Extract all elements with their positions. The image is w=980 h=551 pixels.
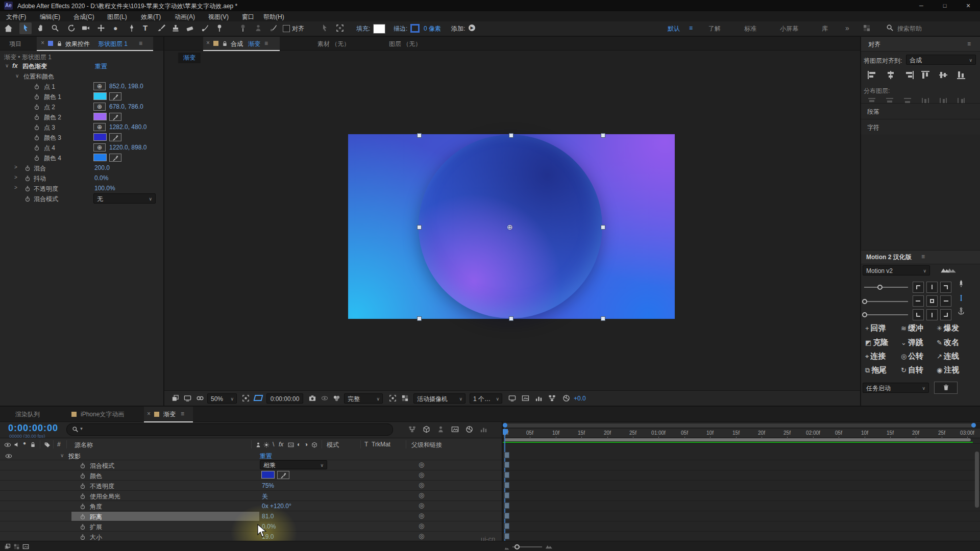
lock-icon[interactable] (56, 40, 63, 47)
fx-column-icon[interactable]: fx (279, 441, 283, 448)
stopwatch-icon[interactable] (80, 463, 86, 469)
type-tool-icon[interactable]: T (143, 23, 148, 32)
view-layout-dropdown[interactable]: 1 个… ∨ (470, 393, 502, 404)
view-dropdown[interactable]: 活动摄像机 ∨ (413, 393, 465, 404)
align-top-button[interactable] (921, 70, 932, 80)
slider-knob[interactable] (862, 299, 867, 304)
viewer-subtab[interactable]: 渐变 (178, 53, 201, 63)
stopwatch-icon[interactable] (34, 94, 40, 100)
expander-icon[interactable]: > (14, 174, 17, 180)
magnification-monitor-icon[interactable] (184, 394, 191, 402)
selection-handle[interactable] (601, 225, 605, 230)
prop-label[interactable]: 点 2 (44, 103, 55, 112)
prop-value[interactable]: 75% (262, 482, 274, 489)
stopwatch-icon[interactable] (80, 514, 86, 520)
align-vcenter-button[interactable] (939, 70, 950, 80)
always-preview-icon[interactable] (172, 394, 179, 402)
anchor-point-icon[interactable]: ⊕ (507, 223, 513, 231)
eyedropper-icon[interactable] (109, 154, 121, 162)
lock-icon[interactable] (222, 40, 228, 47)
menu-edit[interactable]: 编辑(E) (40, 13, 60, 21)
frame-blend-icon[interactable] (451, 425, 459, 433)
resolution-dropdown[interactable]: 完整 ∨ (344, 393, 383, 404)
pickwhip-icon[interactable]: ◎ (419, 461, 424, 468)
character-panel-header[interactable]: 字符 (861, 119, 980, 135)
zoom-level-dropdown[interactable]: 50% ∨ (207, 393, 237, 404)
align-right-button[interactable] (903, 70, 914, 80)
target-region-icon[interactable] (389, 394, 397, 402)
slider-knob[interactable] (877, 285, 883, 290)
grid-guides-icon[interactable] (242, 394, 250, 402)
menu-layer[interactable]: 图层(L) (107, 13, 127, 21)
transparency-grid-icon[interactable] (401, 394, 409, 402)
motion-bounce-button[interactable]: +回弹 (865, 323, 886, 333)
stroke-label[interactable]: 描边: (394, 24, 407, 33)
motion-connect-button[interactable]: ⌖连接 (865, 352, 886, 361)
zoom-out-mountain-icon[interactable] (504, 544, 509, 551)
exposure-aperture-icon[interactable] (562, 394, 570, 402)
color-swatch[interactable] (93, 113, 107, 120)
pickwhip-icon[interactable]: ◎ (419, 502, 424, 509)
point-picker-icon[interactable]: ⊕ (93, 82, 106, 90)
scale-slider[interactable] (864, 287, 908, 288)
workspace-default[interactable]: 默认 (668, 24, 680, 33)
panel-menu-icon[interactable]: ≡ (139, 40, 142, 47)
transfer-controls-toggle-icon[interactable] (13, 543, 20, 550)
tab-iphone-comp[interactable]: iPhone文字动画 (81, 410, 124, 419)
row-inpoint-marker[interactable] (504, 513, 509, 519)
mountains-icon[interactable] (940, 264, 957, 274)
pickwhip-icon[interactable]: ◎ (419, 512, 424, 519)
shy-layers-icon[interactable] (437, 425, 445, 433)
navigator-bar[interactable] (504, 423, 973, 428)
motion-blur-icon[interactable] (465, 425, 473, 433)
selection-handle[interactable] (417, 225, 422, 230)
brush-tool-icon[interactable] (157, 24, 165, 32)
stopwatch-icon[interactable] (34, 135, 40, 141)
help-search-input[interactable]: 搜索帮助 (897, 24, 922, 33)
rotate-tool-icon[interactable] (67, 24, 76, 32)
timeline-zoom-knob[interactable] (514, 544, 520, 549)
effect-reset-link[interactable]: 重置 (95, 62, 107, 71)
shadow-color-swatch[interactable] (261, 471, 275, 479)
motion-lookat-button[interactable]: ◉注视 (937, 365, 959, 375)
menu-window[interactable]: 窗口 (242, 13, 254, 21)
prop-label[interactable]: 点 3 (44, 123, 55, 132)
t-column[interactable]: T (364, 441, 368, 448)
workspace-menu-icon[interactable]: ≡ (689, 24, 693, 32)
point-picker-icon[interactable]: ⊕ (93, 123, 106, 131)
eyedropper-icon[interactable] (277, 471, 289, 479)
motion-jump-button[interactable]: ⌄弹跳 (901, 338, 923, 347)
work-area-bar[interactable] (504, 438, 971, 441)
in-out-panes-toggle-icon[interactable] (22, 543, 29, 550)
effect-group-label[interactable]: 投影 (68, 452, 81, 461)
selection-tool-icon[interactable] (19, 22, 32, 34)
shadow-mode-dropdown[interactable]: 相乘 ∨ (260, 460, 327, 469)
timeline-divider[interactable] (502, 421, 503, 541)
pickwhip-icon[interactable]: ◎ (419, 491, 424, 499)
mini-flowchart-icon[interactable] (408, 425, 416, 433)
region-of-interest-icon[interactable] (254, 395, 263, 401)
panel-menu-icon[interactable]: ≡ (264, 40, 268, 47)
anchor-top-right-button[interactable] (940, 282, 951, 293)
prop-label[interactable]: 混合模式 (90, 462, 114, 470)
graph-editor-icon[interactable] (480, 425, 487, 433)
stopwatch-icon[interactable] (80, 493, 86, 499)
stroke-swatch[interactable] (410, 24, 420, 33)
align-to-dropdown[interactable]: 合成 ∨ (906, 55, 976, 65)
zoom-tool-icon[interactable] (51, 24, 59, 32)
menu-view[interactable]: 视图(V) (208, 13, 229, 21)
selection-handle[interactable] (601, 316, 605, 321)
motion-wire-button[interactable]: ↗连线 (937, 352, 959, 361)
prop-value[interactable]: 678.0, 786.0 (109, 103, 143, 110)
eyedropper-icon[interactable] (109, 92, 121, 101)
menu-composition[interactable]: 合成(C) (74, 13, 94, 21)
speaker-icon[interactable] (14, 441, 20, 448)
anchor-bottom-button[interactable] (926, 309, 938, 320)
clone-stamp-icon[interactable] (172, 24, 180, 32)
motion-clone-button[interactable]: ◩克隆 (865, 338, 888, 347)
add-button-icon[interactable]: ▶ (469, 24, 475, 31)
flowchart-button-icon[interactable] (548, 394, 556, 402)
expander-icon[interactable]: ∨ (60, 453, 64, 458)
prop-value[interactable]: 200.0 (94, 164, 110, 171)
motion-orbit-button[interactable]: ◎公转 (901, 352, 923, 361)
